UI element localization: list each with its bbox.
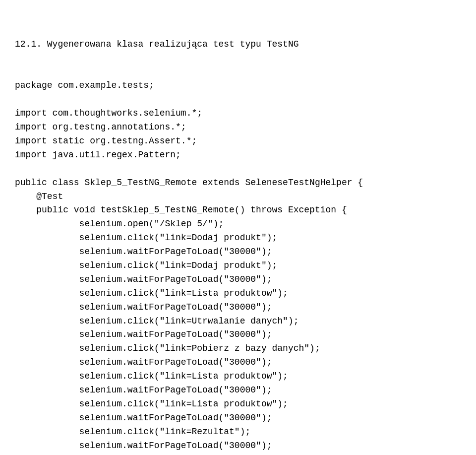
- code-line: selenium.waitForPageToLoad("30000");: [15, 245, 461, 259]
- code-line: selenium.click("link=Utrwalanie danych")…: [15, 315, 461, 328]
- code-line: selenium.waitForPageToLoad("30000");: [15, 301, 461, 315]
- code-line: package com.example.tests;: [15, 79, 461, 93]
- code-line: import java.util.regex.Pattern;: [15, 148, 461, 162]
- code-line: selenium.click("link=Lista produktow");: [15, 287, 461, 301]
- code-line: selenium.waitForPageToLoad("30000");: [15, 439, 461, 453]
- code-line: selenium.click("link=Lista produktow");: [15, 397, 461, 411]
- code-container: 12.1. Wygenerowana klasa realizująca tes…: [15, 10, 461, 65]
- title-line: 12.1. Wygenerowana klasa realizująca tes…: [15, 38, 461, 52]
- code-line: public void testSklep_5_TestNG_Remote() …: [15, 203, 461, 217]
- code-line: selenium.waitForPageToLoad("30000");: [15, 328, 461, 342]
- code-line: selenium.open("/Sklep_5/");: [15, 217, 461, 231]
- code-line: selenium.click("id=j_idt20:powrot2");: [15, 453, 461, 455]
- code-line: selenium.waitForPageToLoad("30000");: [15, 411, 461, 425]
- code-line: selenium.click("link=Dodaj produkt");: [15, 259, 461, 273]
- code-line: selenium.click("link=Lista produktow");: [15, 370, 461, 384]
- code-line: [15, 162, 461, 176]
- code-line: import org.testng.annotations.*;: [15, 121, 461, 134]
- code-line: [15, 93, 461, 107]
- code-line: selenium.click("link=Dodaj produkt");: [15, 231, 461, 245]
- code-line: selenium.waitForPageToLoad("30000");: [15, 356, 461, 370]
- code-line: public class Sklep_5_TestNG_Remote exten…: [15, 176, 461, 190]
- code-line: selenium.waitForPageToLoad("30000");: [15, 384, 461, 397]
- code-line: import com.thoughtworks.selenium.*;: [15, 107, 461, 121]
- code-body: package com.example.tests; import com.th…: [15, 65, 461, 455]
- code-line: selenium.waitForPageToLoad("30000");: [15, 273, 461, 287]
- code-line: @Test: [15, 190, 461, 204]
- code-line: [15, 65, 461, 79]
- code-line: selenium.click("link=Rezultat");: [15, 425, 461, 439]
- code-line: selenium.click("link=Pobierz z bazy dany…: [15, 342, 461, 356]
- code-line: import static org.testng.Assert.*;: [15, 134, 461, 148]
